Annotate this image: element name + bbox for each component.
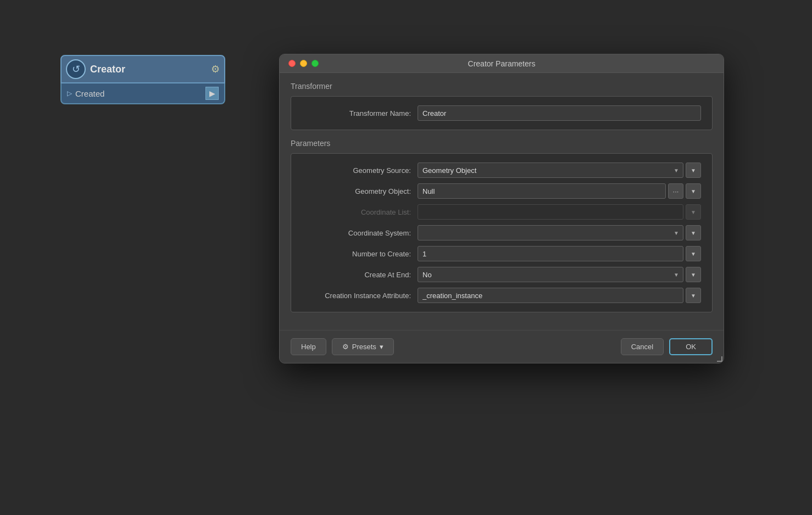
creation-instance-attribute-dropdown-btn[interactable]: ▼ bbox=[686, 288, 701, 303]
maximize-button[interactable] bbox=[312, 60, 319, 67]
transformer-name-row: Transformer Name: bbox=[302, 105, 701, 121]
cancel-button[interactable]: Cancel bbox=[621, 338, 664, 355]
transformer-name-input[interactable] bbox=[418, 105, 701, 121]
node-card: ↺ Creator ⚙ ▷ Created ▶ bbox=[60, 55, 225, 104]
transformer-section-label: Transformer bbox=[291, 82, 713, 91]
geometry-source-label: Geometry Source: bbox=[302, 166, 418, 175]
number-to-create-wrapper: ▼ bbox=[418, 246, 701, 261]
coordinate-list-input bbox=[418, 204, 683, 220]
parameters-section-box: Geometry Source: Geometry Object ▼ ▼ Geo… bbox=[291, 153, 713, 312]
geometry-source-select-wrapper: Geometry Object ▼ bbox=[418, 163, 683, 178]
dialog-body: Transformer Transformer Name: Parameters… bbox=[280, 73, 724, 330]
node-icon: ↺ bbox=[66, 59, 86, 79]
coordinate-list-wrapper: ▼ bbox=[418, 204, 701, 220]
geometry-object-ellipsis-btn[interactable]: ··· bbox=[668, 183, 683, 199]
number-to-create-row: Number to Create: ▼ bbox=[302, 246, 701, 261]
presets-arrow-icon: ▾ bbox=[380, 343, 383, 351]
create-at-end-wrapper: No Yes ▼ ▼ bbox=[418, 267, 701, 282]
minimize-button[interactable] bbox=[300, 60, 307, 67]
geometry-object-input[interactable] bbox=[418, 183, 666, 199]
presets-label: Presets bbox=[352, 343, 376, 351]
creation-instance-attribute-label: Creation Instance Attribute: bbox=[302, 292, 418, 300]
coordinate-system-row: Coordinate System: ▼ ▼ bbox=[302, 225, 701, 240]
geometry-object-row: Geometry Object: ··· ▼ bbox=[302, 183, 701, 199]
create-at-end-dropdown-btn[interactable]: ▼ bbox=[686, 267, 701, 282]
ok-label: OK bbox=[686, 343, 696, 351]
create-at-end-select-wrapper: No Yes ▼ bbox=[418, 267, 683, 282]
creation-instance-attribute-row: Creation Instance Attribute: ▼ bbox=[302, 288, 701, 303]
parameters-section-label: Parameters bbox=[291, 139, 713, 148]
geometry-source-wrapper: Geometry Object ▼ ▼ bbox=[418, 163, 701, 178]
geometry-source-row: Geometry Source: Geometry Object ▼ ▼ bbox=[302, 163, 701, 178]
gear-icon[interactable]: ⚙ bbox=[211, 63, 220, 75]
geometry-object-wrapper: ··· ▼ bbox=[418, 183, 701, 199]
create-at-end-row: Create At End: No Yes ▼ ▼ bbox=[302, 267, 701, 282]
geometry-object-dropdown-btn[interactable]: ▼ bbox=[686, 183, 701, 199]
number-to-create-dropdown-btn[interactable]: ▼ bbox=[686, 246, 701, 261]
node-icon-symbol: ↺ bbox=[72, 63, 80, 75]
number-to-create-label: Number to Create: bbox=[302, 250, 418, 258]
resize-handle[interactable] bbox=[717, 356, 724, 363]
transformer-name-label: Transformer Name: bbox=[302, 109, 418, 117]
coordinate-list-dropdown-btn: ▼ bbox=[686, 204, 701, 220]
node-header: ↺ Creator ⚙ bbox=[60, 55, 225, 83]
transformer-section-box: Transformer Name: bbox=[291, 96, 713, 130]
creation-instance-attribute-wrapper: ▼ bbox=[418, 288, 701, 303]
coordinate-system-label: Coordinate System: bbox=[302, 229, 418, 237]
creation-instance-attribute-input[interactable] bbox=[418, 288, 683, 303]
coordinate-system-select-wrapper: ▼ bbox=[418, 225, 683, 240]
node-output-arrow-icon[interactable]: ▶ bbox=[205, 87, 219, 100]
cancel-label: Cancel bbox=[631, 343, 653, 351]
number-to-create-input[interactable] bbox=[418, 246, 683, 261]
coordinate-list-label: Coordinate List: bbox=[302, 208, 418, 216]
coordinate-system-wrapper: ▼ ▼ bbox=[418, 225, 701, 240]
help-button[interactable]: Help bbox=[291, 338, 326, 355]
geometry-source-select[interactable]: Geometry Object bbox=[418, 163, 683, 178]
presets-button[interactable]: ⚙ Presets ▾ bbox=[332, 338, 394, 355]
dialog-title: Creator Parameters bbox=[468, 59, 536, 68]
node-output-label: Created bbox=[75, 89, 202, 98]
geometry-object-label: Geometry Object: bbox=[302, 187, 418, 195]
node-output-row: ▷ Created ▶ bbox=[60, 83, 225, 104]
dialog-footer: Help ⚙ Presets ▾ Cancel OK bbox=[280, 330, 724, 363]
coordinate-system-select[interactable] bbox=[418, 225, 683, 240]
coordinate-system-dropdown-btn[interactable]: ▼ bbox=[686, 225, 701, 240]
output-triangle-icon: ▷ bbox=[67, 89, 72, 97]
close-button[interactable] bbox=[288, 60, 296, 67]
geometry-source-dropdown-btn[interactable]: ▼ bbox=[686, 163, 701, 178]
presets-icon: ⚙ bbox=[342, 343, 349, 351]
create-at-end-label: Create At End: bbox=[302, 271, 418, 279]
create-at-end-select[interactable]: No Yes bbox=[418, 267, 683, 282]
coordinate-list-row: Coordinate List: ▼ bbox=[302, 204, 701, 220]
help-label: Help bbox=[301, 343, 316, 351]
creator-parameters-dialog: Creator Parameters Transformer Transform… bbox=[279, 54, 724, 363]
ok-button[interactable]: OK bbox=[669, 338, 713, 355]
dialog-titlebar: Creator Parameters bbox=[280, 54, 724, 73]
node-title: Creator bbox=[90, 64, 207, 75]
